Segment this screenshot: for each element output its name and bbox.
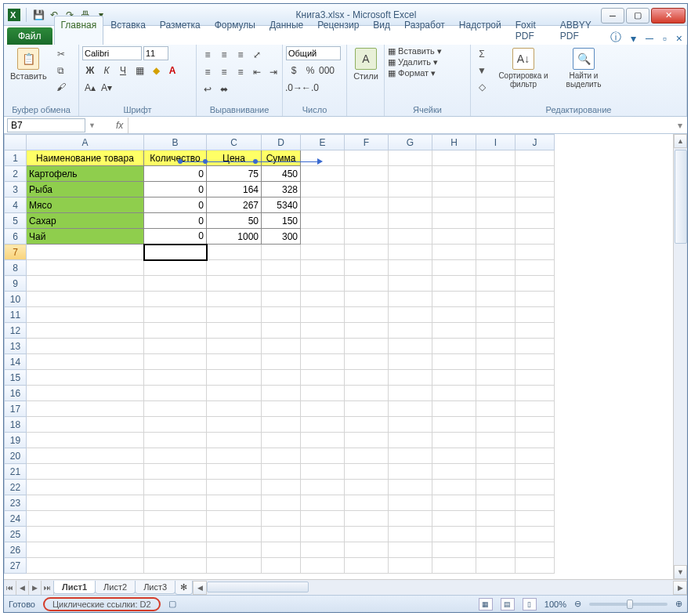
cell[interactable] xyxy=(345,276,389,292)
column-header[interactable]: H xyxy=(432,135,476,150)
cell[interactable] xyxy=(345,527,389,542)
cell[interactable] xyxy=(345,417,389,433)
cell[interactable] xyxy=(516,433,555,448)
row-header[interactable]: 12 xyxy=(5,323,27,339)
cell[interactable] xyxy=(516,386,555,401)
cell[interactable] xyxy=(262,354,301,370)
align-top-icon[interactable]: ≡ xyxy=(200,48,215,62)
cell[interactable] xyxy=(432,464,476,480)
cell[interactable]: Рыба xyxy=(27,182,144,197)
cell[interactable]: 150 xyxy=(262,213,301,229)
cell[interactable] xyxy=(389,260,432,276)
cell[interactable] xyxy=(476,166,516,182)
cell[interactable] xyxy=(144,527,207,542)
cell[interactable] xyxy=(262,558,301,574)
cell[interactable] xyxy=(144,323,207,339)
dec-decimal-icon[interactable]: ←.0 xyxy=(302,81,318,95)
cell[interactable] xyxy=(345,370,389,386)
tab-nav-last-icon[interactable]: ⏭ xyxy=(42,581,54,595)
cell[interactable] xyxy=(27,339,144,354)
cell[interactable]: 450 xyxy=(262,166,301,182)
row-header[interactable]: 21 xyxy=(5,464,27,480)
row-header[interactable]: 15 xyxy=(5,370,27,386)
cell[interactable] xyxy=(389,213,432,229)
cell[interactable] xyxy=(516,527,555,542)
page-layout-view-icon[interactable]: ▤ xyxy=(501,598,515,611)
column-header[interactable]: E xyxy=(301,135,345,150)
cell[interactable] xyxy=(301,276,345,292)
cell[interactable] xyxy=(432,197,476,213)
format-cells-button[interactable]: ▦ Формат ▾ xyxy=(388,68,436,78)
row-header[interactable]: 5 xyxy=(5,213,27,229)
cell[interactable] xyxy=(144,542,207,558)
font-color-button[interactable]: A xyxy=(165,63,180,78)
cell[interactable] xyxy=(432,260,476,276)
cell[interactable] xyxy=(345,292,389,307)
cell[interactable] xyxy=(144,260,207,276)
cell[interactable] xyxy=(432,276,476,292)
cell[interactable] xyxy=(262,292,301,307)
zoom-level[interactable]: 100% xyxy=(544,600,566,609)
column-header[interactable]: G xyxy=(389,135,432,150)
cell[interactable] xyxy=(345,323,389,339)
cell[interactable] xyxy=(432,542,476,558)
format-painter-icon[interactable]: 🖌 xyxy=(53,79,69,95)
cell[interactable] xyxy=(476,511,516,527)
cell[interactable] xyxy=(27,292,144,307)
cell[interactable] xyxy=(516,370,555,386)
font-size-select[interactable] xyxy=(143,46,168,60)
row-header[interactable]: 6 xyxy=(5,229,27,245)
cell[interactable] xyxy=(432,213,476,229)
cell[interactable] xyxy=(432,401,476,417)
row-header[interactable]: 3 xyxy=(5,182,27,197)
cell[interactable] xyxy=(432,448,476,464)
cell[interactable] xyxy=(144,401,207,417)
align-left-icon[interactable]: ≡ xyxy=(200,65,215,79)
cell[interactable] xyxy=(207,433,262,448)
fill-color-button[interactable]: ◆ xyxy=(148,63,164,78)
mdi-min-icon[interactable]: ─ xyxy=(641,32,658,45)
cell[interactable] xyxy=(262,260,301,276)
cell[interactable] xyxy=(476,542,516,558)
cell[interactable] xyxy=(389,370,432,386)
cell[interactable] xyxy=(144,495,207,511)
column-header[interactable]: I xyxy=(476,135,516,150)
cell[interactable] xyxy=(389,339,432,354)
cell[interactable]: Картофель xyxy=(27,166,144,182)
tab-nav-first-icon[interactable]: ⏮ xyxy=(4,581,16,595)
cell[interactable] xyxy=(389,166,432,182)
cell[interactable] xyxy=(301,558,345,574)
grow-font-icon[interactable]: A▴ xyxy=(82,81,98,95)
cell[interactable]: 0 xyxy=(144,197,207,213)
cell[interactable] xyxy=(207,448,262,464)
indent-inc-icon[interactable]: ⇥ xyxy=(266,65,281,79)
row-header[interactable]: 10 xyxy=(5,292,27,307)
cell[interactable] xyxy=(301,433,345,448)
cell[interactable] xyxy=(301,197,345,213)
percent-icon[interactable]: % xyxy=(302,63,318,78)
autosum-icon[interactable]: Σ xyxy=(474,46,490,62)
cell[interactable] xyxy=(345,433,389,448)
cell[interactable] xyxy=(301,370,345,386)
cell[interactable] xyxy=(301,292,345,307)
cell[interactable] xyxy=(27,511,144,527)
row-header[interactable]: 16 xyxy=(5,386,27,401)
cell[interactable] xyxy=(345,480,389,495)
cell[interactable]: 0 xyxy=(144,166,207,182)
cell[interactable] xyxy=(262,370,301,386)
cell[interactable] xyxy=(389,276,432,292)
cell[interactable] xyxy=(432,323,476,339)
cell[interactable] xyxy=(144,464,207,480)
cell[interactable] xyxy=(27,260,144,276)
cell[interactable] xyxy=(144,245,207,260)
cell[interactable] xyxy=(432,150,476,166)
cell[interactable] xyxy=(207,370,262,386)
cell[interactable] xyxy=(345,542,389,558)
cell[interactable] xyxy=(301,511,345,527)
cell[interactable] xyxy=(476,229,516,245)
cell[interactable] xyxy=(262,386,301,401)
cell[interactable] xyxy=(301,339,345,354)
cell[interactable] xyxy=(207,511,262,527)
cell[interactable] xyxy=(389,307,432,323)
row-header[interactable]: 14 xyxy=(5,354,27,370)
